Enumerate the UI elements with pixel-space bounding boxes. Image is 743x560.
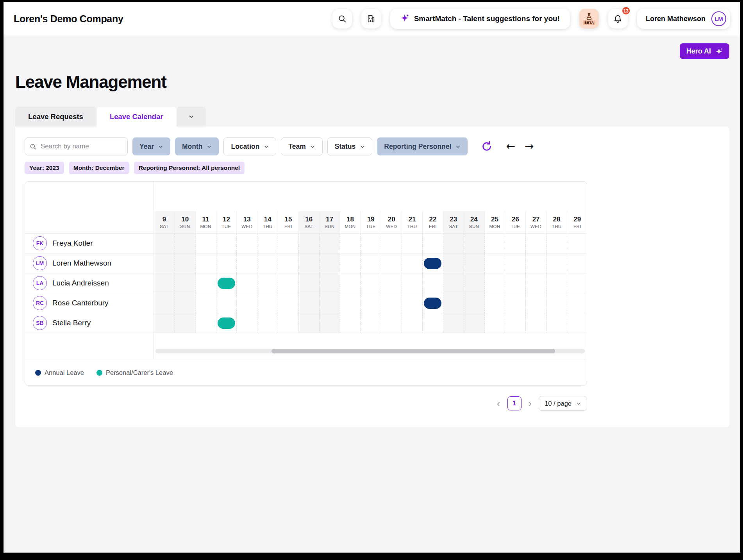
horizontal-scrollbar-thumb[interactable] [271, 349, 555, 353]
filter-dropdown-month[interactable]: Month [175, 137, 219, 155]
day-number: 11 [202, 216, 209, 223]
tab-leave-calendar[interactable]: Leave Calendar [97, 107, 176, 127]
dropdown-label: Month [182, 143, 202, 151]
day-number: 19 [367, 216, 375, 223]
calendar-cell [195, 293, 216, 313]
dropdown-label: Year [139, 143, 154, 151]
day-header: 17SUN [319, 182, 340, 233]
filter-chip: Year: 2023 [25, 162, 64, 174]
search-input[interactable] [40, 142, 123, 151]
day-header: 14THU [257, 182, 278, 233]
filter-dropdown-team[interactable]: Team [281, 137, 322, 155]
day-number: 26 [512, 216, 519, 223]
calendar-cell [567, 273, 587, 293]
calendar-cell [402, 273, 422, 293]
building-icon [367, 14, 375, 23]
calendar-cell [525, 253, 546, 273]
dropdown-label: Location [231, 143, 259, 151]
day-of-week: THU [552, 224, 562, 229]
calendar-cell [236, 273, 257, 293]
calendar-cell [257, 313, 278, 333]
hero-ai-button[interactable]: Hero AI [680, 43, 729, 59]
legend-dot-annual [35, 370, 41, 376]
beta-badge: BETA [583, 20, 595, 25]
search-by-name [25, 137, 128, 155]
calendar-cell [236, 313, 257, 333]
leave-pill-annual[interactable] [424, 258, 441, 269]
employee-row[interactable]: LMLoren Mathewson [25, 253, 154, 273]
leave-pill-annual[interactable] [424, 298, 441, 309]
day-number: 18 [346, 216, 354, 223]
employee-row[interactable]: LALucia Andreissen [25, 273, 154, 293]
filter-dropdown-location[interactable]: Location [223, 137, 276, 155]
leave-pill-personal[interactable] [218, 278, 235, 289]
smartmatch-label: SmartMatch - Talent suggestions for you! [414, 14, 560, 23]
employee-row[interactable]: SBStella Berry [25, 313, 154, 333]
calendar-cell [195, 273, 216, 293]
tab-bar: Leave Requests Leave Calendar [15, 107, 740, 127]
day-number: 20 [388, 216, 395, 223]
search-button[interactable] [332, 9, 352, 29]
calendar-cell [175, 293, 195, 313]
day-of-week: MON [200, 224, 211, 229]
day-number: 23 [450, 216, 457, 223]
refresh-icon [481, 141, 493, 152]
sparkle-icon [715, 48, 723, 55]
calendar-cell [525, 293, 546, 313]
calendar-cell [298, 273, 319, 293]
day-of-week: SUN [325, 224, 334, 229]
legend-item: Personal/Carer's Leave [96, 369, 173, 376]
scroll-zone [154, 333, 587, 349]
beta-labs-button[interactable]: BETA [579, 9, 599, 29]
calendar-cell [381, 273, 402, 293]
notification-count-badge: 13 [622, 6, 630, 15]
arrow-right-icon[interactable]: → [525, 141, 534, 152]
leave-pill-personal[interactable] [218, 317, 235, 329]
calendar-cell [443, 273, 464, 293]
calendar-cell [546, 253, 567, 273]
calendar-cell [381, 253, 402, 273]
arrow-left-icon[interactable]: ← [506, 141, 515, 152]
employee-row[interactable]: RCRose Canterbury [25, 293, 154, 313]
day-of-week: FRI [573, 224, 581, 229]
day-number: 29 [573, 216, 581, 223]
chevron-down-icon [188, 114, 194, 119]
calendar-cell [216, 253, 237, 273]
user-menu-button[interactable]: Loren Mathewson LM [637, 9, 730, 29]
calendar-cell [443, 293, 464, 313]
calendar-cell [360, 234, 381, 253]
calendar-cell [175, 234, 195, 253]
employee-name: Freya Kotler [52, 239, 93, 248]
horizontal-scrollbar[interactable] [155, 349, 585, 353]
filter-chip: Reporting Personnel: All personnel [134, 162, 245, 174]
prev-page-icon[interactable]: ‹ [496, 398, 501, 408]
filter-dropdown-reporting-personnel[interactable]: Reporting Personnel [377, 137, 468, 155]
calendar-cell [360, 313, 381, 333]
refresh-button[interactable] [479, 140, 495, 153]
current-page-button[interactable]: 1 [507, 396, 522, 410]
tab-more-button[interactable] [177, 107, 206, 127]
day-header: 22FRI [422, 182, 443, 233]
active-filter-chips: Year: 2023Month: DecemberReporting Perso… [25, 162, 720, 174]
search-icon [338, 14, 346, 23]
day-header: 25MON [484, 182, 505, 233]
filter-dropdown-year[interactable]: Year [132, 137, 170, 155]
day-of-week: THU [263, 224, 273, 229]
calendar-cell [422, 253, 443, 273]
day-of-week: WED [530, 224, 541, 229]
day-header: 13WED [236, 182, 257, 233]
calendar-cell [484, 313, 505, 333]
employee-row[interactable]: FKFreya Kotler [25, 234, 154, 253]
day-header: 23SAT [443, 182, 464, 233]
organisation-button[interactable] [361, 9, 381, 29]
calendar-cell [154, 293, 175, 313]
filter-dropdown-status[interactable]: Status [327, 137, 372, 155]
calendar-cell [484, 273, 505, 293]
calendar-cell [525, 313, 546, 333]
chevron-down-icon [455, 144, 461, 149]
smartmatch-button[interactable]: SmartMatch - Talent suggestions for you! [390, 9, 570, 29]
page-size-select[interactable]: 10 / page [539, 396, 587, 411]
day-header: 19TUE [360, 182, 381, 233]
next-page-icon[interactable]: › [528, 398, 533, 408]
tab-leave-requests[interactable]: Leave Requests [15, 107, 96, 127]
